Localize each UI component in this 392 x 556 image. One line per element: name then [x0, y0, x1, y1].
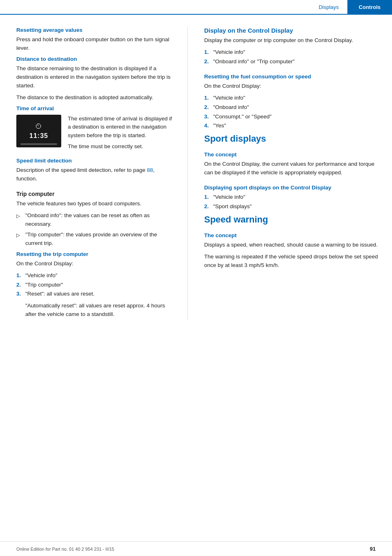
header-displays-label: Displays: [310, 0, 347, 14]
trip-computer-section: Trip computer The vehicle features two t…: [16, 191, 175, 248]
arrival-desc1: The estimated time of arrival is display…: [68, 115, 175, 140]
trip-computer-title: Trip computer: [16, 191, 175, 197]
resetting-fuel-num-0: 1.: [204, 94, 213, 102]
sport-displaying-num-0: 1.: [204, 193, 213, 202]
sport-concept-title: The concept: [204, 151, 380, 158]
resetting-trip-text-0: "Vehicle info": [25, 271, 58, 280]
sport-displaying-text-0: "Vehicle info": [213, 193, 245, 202]
display-control-text-0: "Vehicle info": [213, 48, 245, 57]
resetting-trip-text-1: "Trip computer": [25, 281, 63, 289]
display-control-title: Display on the Control Display: [204, 27, 380, 34]
display-control-text-1: "Onboard info" or "Trip computer": [213, 58, 295, 66]
resetting-trip-item-0: 1. "Vehicle info": [16, 271, 175, 280]
bullet-text-0: "Onboard info": the values can be reset …: [25, 211, 175, 229]
bullet-arrow-0: ▷: [16, 212, 24, 220]
controls-text: Controls: [359, 4, 381, 10]
sport-displaying-list: 1. "Vehicle info" 2. "Sport displays": [204, 193, 380, 211]
resetting-fuel-text-2: "Consumpt." or "Speed": [213, 113, 272, 121]
resetting-avg-title: Resetting average values: [16, 27, 175, 33]
display-control-list: 1. "Vehicle info" 2. "Onboard info" or "…: [204, 48, 380, 66]
sport-concept-body: On the Control Display, the current valu…: [204, 160, 380, 177]
resetting-trip-item-2: 3. "Reset": all values are reset.: [16, 290, 175, 298]
time-of-arrival-section: Time of arrival ⏲ 11:35 The estimated ti…: [16, 105, 175, 155]
resetting-trip-num-1: 2.: [16, 281, 25, 289]
image-bottom-bar: [20, 143, 57, 145]
sport-displays-section: Sport displays The concept On the Contro…: [204, 133, 380, 211]
display-control-item-1: 2. "Onboard info" or "Trip computer": [204, 58, 380, 66]
resetting-trip-title: Resetting the trip computer: [16, 251, 175, 257]
distance-para1: The distance remaining to the destinatio…: [16, 64, 175, 90]
resetting-fuel-list: 1. "Vehicle info" 2. "Onboard info" 3. "…: [204, 94, 380, 131]
resetting-fuel-text-1: "Onboard info": [213, 103, 249, 112]
trip-computer-bullets: ▷ "Onboard info": the values can be rese…: [16, 211, 175, 248]
speed-warning-section: Speed warning The concept Displays a spe…: [204, 214, 380, 270]
sport-displaying-title: Displaying sport displays on the Control…: [204, 185, 380, 191]
footer-label: Online Edition for Part no. 01 40 2 954 …: [16, 547, 114, 552]
display-control-section: Display on the Control Display Display t…: [204, 27, 380, 66]
distance-para2: The distance to the destination is adopt…: [16, 93, 175, 102]
display-control-num-0: 1.: [204, 48, 213, 57]
arrival-time: 11:35: [29, 132, 48, 140]
sport-displays-title: Sport displays: [204, 133, 380, 144]
bullet-arrow-1: ▷: [16, 231, 24, 239]
resetting-fuel-num-3: 4.: [204, 122, 213, 130]
speed-warning-body2: The warning is repeated if the vehicle s…: [204, 253, 380, 270]
resetting-trip-note: "Automatically reset": all values are re…: [25, 302, 175, 319]
page-number: 91: [370, 546, 376, 552]
resetting-fuel-section: Resetting the fuel consumption or speed …: [204, 73, 380, 131]
sport-displaying-text-1: "Sport displays": [213, 202, 252, 211]
displays-text: Displays: [318, 4, 339, 10]
bullet-item-0: ▷ "Onboard info": the values can be rese…: [16, 211, 175, 229]
page-footer: Online Edition for Part no. 01 40 2 954 …: [0, 541, 392, 556]
resetting-fuel-num-1: 2.: [204, 103, 213, 112]
resetting-fuel-text-3: "Yes": [213, 122, 226, 130]
page-content: Resetting average values Press and hold …: [0, 15, 392, 337]
bullet-item-1: ▷ "Trip computer": the values provide an…: [16, 231, 175, 248]
time-of-arrival-title: Time of arrival: [16, 105, 175, 111]
speed-limit-section: Speed limit detection Description of the…: [16, 158, 175, 183]
header-controls-label: Controls: [347, 0, 392, 14]
speed-warning-title: Speed warning: [204, 214, 380, 225]
resetting-fuel-num-2: 3.: [204, 113, 213, 121]
speed-limit-title: Speed limit detection: [16, 158, 175, 164]
display-control-item-0: 1. "Vehicle info": [204, 48, 380, 57]
resetting-fuel-title: Resetting the fuel consumption or speed: [204, 73, 380, 80]
resetting-trip-text-2: "Reset": all values are reset.: [25, 290, 94, 298]
speed-warning-concept-title: The concept: [204, 232, 380, 238]
speed-warning-body1: Displays a speed, when reached, should c…: [204, 241, 380, 249]
resetting-fuel-intro: On the Control Display:: [204, 82, 380, 91]
speed-limit-body: Description of the speed limit detection…: [16, 166, 175, 183]
resetting-trip-section: Resetting the trip computer On the Contr…: [16, 251, 175, 319]
display-control-body: Display the computer or trip computer on…: [204, 36, 380, 45]
resetting-avg-section: Resetting average values Press and hold …: [16, 27, 175, 53]
distance-section: Distance to destination The distance rem…: [16, 56, 175, 102]
resetting-fuel-item-3: 4. "Yes": [204, 122, 380, 130]
bullet-text-1: "Trip computer": the values provide an o…: [25, 231, 175, 248]
resetting-fuel-text-0: "Vehicle info": [213, 94, 245, 102]
resetting-trip-item-1: 2. "Trip computer": [16, 281, 175, 289]
right-column: Display on the Control Display Display t…: [188, 27, 392, 320]
display-control-num-1: 2.: [204, 58, 213, 66]
resetting-trip-intro: On the Control Display:: [16, 260, 175, 268]
speed-limit-link[interactable]: 88: [147, 167, 153, 173]
distance-title: Distance to destination: [16, 56, 175, 62]
resetting-trip-num-0: 1.: [16, 271, 25, 280]
resetting-fuel-item-0: 1. "Vehicle info": [204, 94, 380, 102]
arrival-description: The estimated time of arrival is display…: [68, 115, 175, 155]
arrival-desc2: The time must be correctly set.: [68, 142, 175, 151]
left-column: Resetting average values Press and hold …: [0, 27, 188, 320]
resetting-trip-list: 1. "Vehicle info" 2. "Trip computer" 3. …: [16, 271, 175, 299]
resetting-fuel-item-2: 3. "Consumpt." or "Speed": [204, 113, 380, 121]
arrival-box: ⏲ 11:35 The estimated time of arrival is…: [16, 115, 175, 155]
resetting-trip-num-2: 3.: [16, 290, 25, 298]
resetting-fuel-item-1: 2. "Onboard info": [204, 103, 380, 112]
header-bar: Displays Controls: [0, 0, 392, 15]
clock-icon: ⏲: [35, 122, 42, 131]
resetting-avg-body: Press and hold the onboard computer butt…: [16, 36, 175, 53]
sport-displaying-item-0: 1. "Vehicle info": [204, 193, 380, 202]
sport-displaying-num-1: 2.: [204, 202, 213, 211]
speed-limit-pre: Description of the speed limit detection…: [16, 167, 147, 173]
arrival-image: ⏲ 11:35: [16, 115, 61, 147]
sport-displaying-item-1: 2. "Sport displays": [204, 202, 380, 211]
trip-computer-body: The vehicle features two types of board …: [16, 200, 175, 208]
